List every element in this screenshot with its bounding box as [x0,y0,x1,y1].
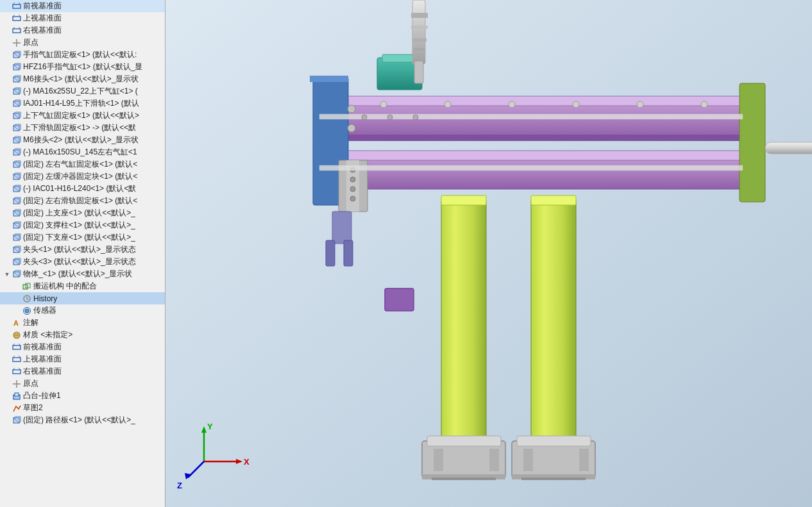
sidebar-item-item8[interactable]: M6接头<2> (默认<<默认>_显示状 [0,134,165,146]
expand-btn-history[interactable] [13,294,22,303]
expand-btn-item1[interactable] [3,51,12,60]
sidebar-item-right-plane-1[interactable]: 右视基准面 [0,24,165,37]
svg-rect-97 [414,48,425,51]
svg-rect-92 [412,0,425,64]
sidebar-item-transport-assembly[interactable]: 搬运机构 中的配合 [0,280,165,292]
expand-btn-item-fixed[interactable] [3,416,12,425]
sidebar-item-item9[interactable]: (-) MA16x150SU_145左右气缸<1 [0,146,165,158]
expand-btn-front-plane-1[interactable] [3,2,12,11]
expand-btn-item8[interactable] [3,136,12,145]
svg-rect-72 [165,0,812,507]
sidebar-item-item7[interactable]: 上下滑轨固定板<1> -> (默认<<默 [0,122,165,134]
sidebar-item-item16[interactable]: (固定) 下支座<1> (默认<<默认>_ [0,231,165,244]
sidebar-item-item-fixed[interactable]: (固定) 路径板<1> (默认<<默认>_ [0,414,165,426]
expand-btn-origin-1[interactable] [3,38,12,47]
expand-btn-item16[interactable] [3,233,12,242]
expand-btn-item7[interactable] [3,124,12,133]
expand-btn-right-plane-1[interactable] [3,26,12,35]
sidebar-item-item2[interactable]: HFZ16手指气缸<1> (默认<默认_显 [0,61,165,73]
svg-rect-6 [13,29,21,33]
expand-btn-item17[interactable] [3,245,12,254]
plane-icon [12,26,22,36]
sidebar-item-item15[interactable]: (固定) 支撑柱<1> (默认<<默认>_ [0,219,165,231]
part-icon [12,160,22,170]
sidebar-item-front-plane-2[interactable]: 前视基准面 [0,341,165,353]
expand-btn-item14[interactable] [3,209,12,218]
expand-btn-item4[interactable] [3,87,12,96]
sidebar-label-item11: (固定) 左缓冲器固定块<1> (默认< [23,171,137,182]
expand-btn-item10[interactable] [3,160,12,169]
sidebar-item-origin-2[interactable]: 原点 [0,378,165,390]
svg-point-105 [701,101,707,108]
sidebar-item-history[interactable]: History [0,292,165,304]
expand-btn-top-plane-1[interactable] [3,14,12,23]
sidebar-item-item5[interactable]: IAJ01-H14-L95上下滑轨<1> (默认 [0,97,165,110]
expand-btn-transport-assembly[interactable] [13,282,22,291]
plane-icon [12,342,22,353]
sidebar-item-right-plane-2[interactable]: 右视基准面 [0,365,165,378]
expand-btn-item11[interactable] [3,172,12,181]
sidebar-label-annotation: 注解 [23,317,38,328]
expand-btn-annotation[interactable] [3,319,12,328]
sidebar-item-item17[interactable]: 夹头<1> (默认<<默认>_显示状态 [0,244,165,256]
expand-btn-item19[interactable]: ▼ [3,270,12,279]
expand-btn-origin-2[interactable] [3,379,12,388]
sidebar-item-sketch2[interactable]: 草图2 [0,402,165,414]
expand-btn-item13[interactable] [3,197,12,206]
svg-rect-118 [579,449,589,471]
expand-btn-right-plane-2[interactable] [3,367,12,376]
expand-btn-sketch2[interactable] [3,404,12,413]
sidebar-item-annotation[interactable]: A注解 [0,317,165,329]
expand-btn-item15[interactable] [3,221,12,230]
part-icon [12,99,22,109]
svg-point-52 [25,309,29,313]
expand-btn-item12[interactable] [3,185,12,194]
sidebar-item-item6[interactable]: 上下气缸固定板<1> (默认<<默认> [0,110,165,122]
sidebar-item-origin-1[interactable]: 原点 [0,37,165,49]
svg-rect-116 [517,436,591,446]
svg-point-128 [362,115,367,120]
sidebar-item-sensor[interactable]: 传感器 [0,304,165,317]
expand-btn-material[interactable] [3,331,12,340]
history-icon [22,294,32,304]
expand-btn-item6[interactable] [3,112,12,121]
svg-rect-77 [319,151,756,160]
svg-rect-63 [13,370,21,374]
expand-btn-item2[interactable] [3,63,12,72]
sidebar-item-item11[interactable]: (固定) 左缓冲器固定块<1> (默认< [0,170,165,183]
sidebar-item-material[interactable]: 材质 <未指定> [0,329,165,341]
svg-rect-126 [319,114,743,119]
sidebar-label-item17: 夹头<1> (默认<<默认>_显示状态 [23,244,136,255]
expand-btn-boss-extrude1[interactable] [3,392,12,401]
expand-btn-item18[interactable] [3,258,12,267]
sidebar-item-item13[interactable]: (固定) 左右滑轨固定板<1> (默认< [0,195,165,207]
sidebar-label-item13: (固定) 左右滑轨固定板<1> (默认< [23,195,137,206]
sidebar-item-front-plane-1[interactable]: 前视基准面 [0,0,165,12]
svg-point-101 [444,101,451,108]
sidebar-item-item1[interactable]: 手指气缸固定板<1> (默认<<默认: [0,49,165,61]
sidebar-item-item18[interactable]: 夹头<3> (默认<<默认>_显示状态 [0,256,165,268]
sidebar-label-item5: IAJ01-H14-L95上下滑轨<1> (默认 [23,98,139,109]
sidebar[interactable]: 前视基准面上视基准面右视基准面原点手指气缸固定板<1> (默认<<默认:HFZ1… [0,0,165,507]
sidebar-label-front-plane-2: 前视基准面 [23,342,62,353]
sidebar-label-origin-1: 原点 [23,37,38,48]
expand-btn-item3[interactable] [3,75,12,84]
expand-btn-sensor[interactable] [13,306,22,315]
sidebar-item-item14[interactable]: (固定) 上支座<1> (默认<<默认>_ [0,207,165,219]
sidebar-item-item19[interactable]: ▼物体_<1> (默认<<默认>_显示状 [0,268,165,280]
expand-btn-front-plane-2[interactable] [3,343,12,352]
sidebar-item-item10[interactable]: (固定) 左右气缸固定板<1> (默认< [0,158,165,170]
expand-btn-top-plane-2[interactable] [3,355,12,364]
sidebar-item-item3[interactable]: M6接头<1> (默认<<默认>_显示状 [0,73,165,85]
sidebar-item-item4[interactable]: (-) MA16x25SU_22上下气缸<1> ( [0,85,165,97]
sidebar-item-boss-extrude1[interactable]: 凸台-拉伸1 [0,390,165,402]
svg-rect-123 [326,240,335,266]
origin-icon [12,379,22,389]
sidebar-item-top-plane-2[interactable]: 上视基准面 [0,353,165,365]
plane-icon [12,13,22,24]
expand-btn-item5[interactable] [3,99,12,108]
expand-btn-item9[interactable] [3,148,12,157]
sidebar-item-top-plane-1[interactable]: 上视基准面 [0,12,165,24]
part-icon [12,184,22,194]
sidebar-item-item12[interactable]: (-) IAC01-H16-L240<1> (默认<默 [0,183,165,195]
